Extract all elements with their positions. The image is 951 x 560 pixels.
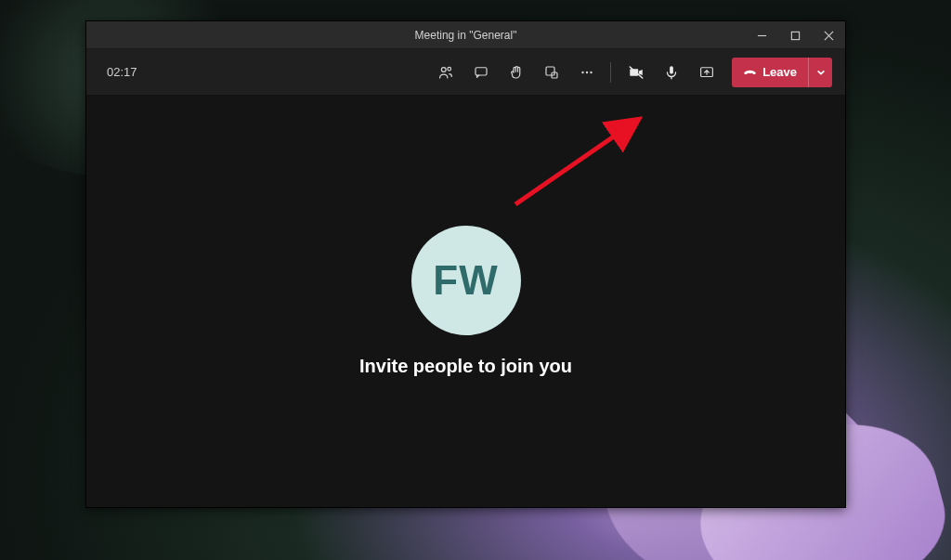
titlebar: Meeting in "General" — [86, 21, 845, 49]
svg-point-9 — [581, 71, 583, 72]
breakout-rooms-button[interactable] — [536, 57, 567, 88]
rooms-icon — [543, 64, 560, 81]
call-timer: 02:17 — [99, 65, 137, 79]
leave-button[interactable]: Leave — [732, 58, 808, 87]
camera-toggle-button[interactable] — [620, 57, 652, 88]
maximize-icon — [790, 31, 801, 41]
invite-message: Invite people to join you — [359, 356, 572, 377]
svg-rect-7 — [546, 67, 554, 75]
maximize-button[interactable] — [778, 21, 812, 49]
svg-rect-6 — [476, 67, 487, 74]
toolbar-divider — [610, 62, 611, 83]
minimize-button[interactable] — [745, 21, 778, 49]
camera-off-icon — [628, 64, 645, 81]
window-controls — [745, 21, 845, 49]
hangup-icon — [743, 65, 757, 79]
meeting-window: Meeting in "General" 02:17 — [85, 20, 846, 508]
window-title: Meeting in "General" — [415, 29, 517, 42]
microphone-icon — [663, 64, 680, 81]
svg-point-5 — [448, 67, 451, 71]
svg-rect-13 — [670, 66, 673, 73]
more-icon — [579, 64, 595, 81]
close-icon — [824, 31, 834, 41]
svg-rect-1 — [791, 32, 799, 39]
hand-icon — [508, 64, 525, 81]
chevron-down-icon — [816, 68, 826, 77]
share-screen-button[interactable] — [691, 57, 723, 88]
more-actions-button[interactable] — [571, 57, 603, 88]
leave-label: Leave — [762, 65, 797, 79]
svg-point-11 — [590, 71, 592, 72]
minimize-icon — [757, 31, 767, 41]
participant-avatar: FW — [411, 226, 521, 335]
share-icon — [698, 64, 715, 81]
raise-hand-button[interactable] — [501, 57, 532, 88]
meeting-toolbar: 02:17 — [86, 49, 845, 96]
mic-toggle-button[interactable] — [656, 57, 687, 88]
close-button[interactable] — [812, 21, 845, 49]
meeting-stage: FW Invite people to join you — [86, 96, 845, 507]
participants-button[interactable] — [430, 57, 462, 88]
chat-icon — [473, 64, 489, 81]
chat-button[interactable] — [465, 57, 497, 88]
avatar-initials: FW — [433, 257, 498, 304]
leave-button-group: Leave — [732, 58, 832, 87]
leave-options-button[interactable] — [808, 58, 832, 87]
svg-point-4 — [441, 67, 446, 72]
svg-point-10 — [586, 71, 588, 72]
people-icon — [437, 64, 454, 81]
